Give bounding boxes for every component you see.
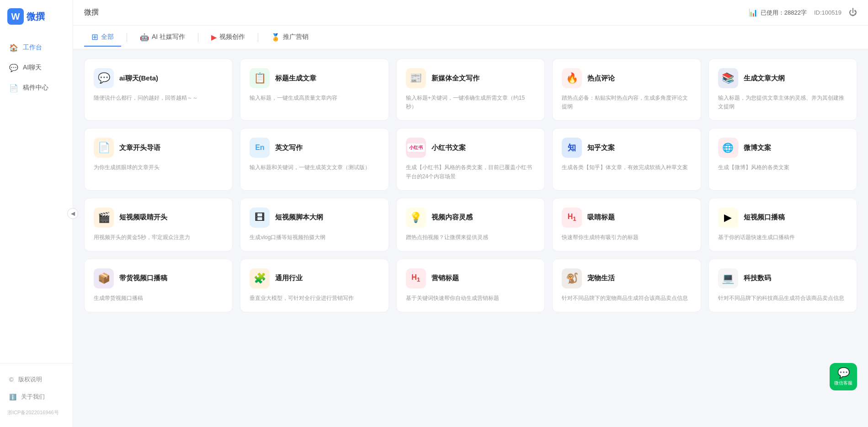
video-tab-label: 视频创作	[219, 33, 245, 41]
card-icon: 🧩	[250, 268, 270, 288]
card-title: 小红书文案	[431, 144, 466, 152]
card-video-inspiration[interactable]: 💡 视频内容灵感 蹭热点拍视频？让微撰来提供灵感	[396, 198, 545, 251]
card-desc: 输入标题，为您提供文章主体的灵感、并为其创建推文提纲	[718, 94, 847, 111]
card-title: 生成文章大纲	[744, 74, 785, 83]
card-desc: 为你生成抓眼球的文章开头	[94, 163, 223, 172]
card-desc: 生成【小红书】风格的各类文案，目前已覆盖小红书平台的24个内容场景	[406, 163, 535, 181]
social-tab-icon: 🤖	[140, 33, 149, 42]
sidebar-bottom-copyright[interactable]: © 版权说明	[0, 371, 73, 388]
logo: W 微撰	[0, 0, 73, 33]
card-title: 新媒体全文写作	[431, 74, 479, 83]
card-xiaohongshu[interactable]: 小红书 小红书文案 生成【小红书】风格的各类文案，目前已覆盖小红书平台的24个内…	[396, 128, 545, 190]
tab-video[interactable]: ▶视频创作	[204, 29, 252, 46]
card-english-writing[interactable]: En 英文写作 输入标题和关键词，一键生成英文文章（测试版）	[240, 128, 389, 190]
card-icon: 知	[562, 138, 582, 158]
card-pet-life[interactable]: 🐒 宠物生活 针对不同品牌下的宠物商品生成符合该商品卖点信息	[552, 259, 701, 312]
main-content: 微撰 📊 已使用：28822字 ID:100519 ⏻ ⊞全部🤖AI 社媒写作▶…	[73, 0, 868, 427]
card-catchy-title[interactable]: H1 吸睛标题 快速帮你生成特有吸引力的标题	[552, 198, 701, 251]
sidebar-item-workbench[interactable]: 🏠 工作台	[0, 37, 73, 58]
header: 微撰 📊 已使用：28822字 ID:100519 ⏻	[73, 0, 868, 26]
logo-text: 微撰	[27, 11, 45, 23]
sidebar-item-ai-chat[interactable]: 💬 AI聊天	[0, 58, 73, 78]
cards-grid: 💬 ai聊天(Beta) 随便说什么都行，问的越好，回答越精～～ 📋 标题生成文…	[84, 59, 857, 312]
ai-chat-icon: 💬	[9, 63, 18, 72]
tab-all[interactable]: ⊞全部	[84, 28, 121, 47]
copyright-label: 版权说明	[18, 375, 42, 384]
card-desc: 踏热点必备：粘贴实时热点内容，生成多角度评论文提纲	[562, 94, 691, 111]
card-desc: 输入标题，一键生成高质量文章内容	[250, 94, 379, 102]
tab-divider-2	[258, 33, 258, 42]
marketing-tab-icon: 🏅	[271, 33, 280, 42]
card-header: 🧩 通用行业	[250, 268, 379, 288]
card-desc: 用视频开头的黄金5秒，牢定观众注意力	[94, 233, 223, 242]
card-marketing-title[interactable]: H1 营销标题 基于关键词快速帮你自动生成营销标题	[396, 259, 545, 312]
workbench-label: 工作台	[23, 43, 42, 52]
card-header: 🔥 热点评论	[562, 68, 691, 88]
card-icon: 💻	[718, 268, 738, 288]
card-desc: 基于你的话题快速生成口播稿件	[718, 233, 847, 242]
card-title: 营销标题	[431, 274, 459, 283]
card-icon: 📋	[250, 68, 270, 88]
card-hot-comment[interactable]: 🔥 热点评论 踏热点必备：粘贴实时热点内容，生成多角度评论文提纲	[552, 59, 701, 121]
sidebar-bottom: © 版权说明 ℹ️ 关于我们 浙ICP备2022016946号	[0, 363, 73, 427]
card-tech-digital[interactable]: 💻 科技数码 针对不同品牌下的科技商品生成符合该商品卖点信息	[708, 259, 857, 312]
card-video-script-outline[interactable]: 🎞 短视频脚本大纲 生成vlog口播等短视频拍摄大纲	[240, 198, 389, 251]
sidebar-item-drafts[interactable]: 📄 稿件中心	[0, 78, 73, 98]
ai-chat-label: AI聊天	[23, 64, 42, 72]
sidebar-bottom-about[interactable]: ℹ️ 关于我们	[0, 388, 73, 406]
card-icon: H1	[406, 268, 426, 288]
about-label: 关于我们	[21, 393, 45, 401]
wechat-service-button[interactable]: 💬 微信客服	[830, 363, 857, 390]
card-header: 📰 新媒体全文写作	[406, 68, 535, 88]
card-weibo[interactable]: 🌐 微博文案 生成【微博】风格的各类文案	[708, 128, 857, 190]
logo-icon: W	[7, 8, 24, 25]
card-icon: 🔥	[562, 68, 582, 88]
card-title-to-article[interactable]: 📋 标题生成文章 输入标题，一键生成高质量文章内容	[240, 59, 389, 121]
usage-icon: 📊	[749, 8, 758, 17]
card-header: En 英文写作	[250, 138, 379, 158]
card-header: 🐒 宠物生活	[562, 268, 691, 288]
sidebar-footer: 浙ICP备2022016946号	[0, 406, 73, 420]
card-title: 吸睛标题	[587, 213, 615, 222]
card-delivery-video-script[interactable]: 📦 带货视频口播稿 生成带货视频口播稿	[84, 259, 233, 312]
page-title: 微撰	[84, 8, 99, 17]
card-desc: 生成【微博】风格的各类文案	[718, 163, 847, 172]
card-desc: 针对不同品牌下的科技商品生成符合该商品卖点信息	[718, 294, 847, 303]
card-icon: 🎬	[94, 208, 114, 228]
card-general-industry[interactable]: 🧩 通用行业 垂直业大模型，可针对全行业进行营销写作	[240, 259, 389, 312]
card-short-video-hook[interactable]: 🎬 短视频吸睛开头 用视频开头的黄金5秒，牢定观众注意力	[84, 198, 233, 251]
tabs-bar: ⊞全部🤖AI 社媒写作▶视频创作🏅推广营销	[73, 26, 868, 49]
wechat-icon: 💬	[837, 367, 850, 379]
card-icon: 📄	[94, 138, 114, 158]
card-zhihu[interactable]: 知 知乎文案 生成各类【知乎】体文章，有效完成软插入种草文案	[552, 128, 701, 190]
drafts-icon: 📄	[9, 83, 18, 92]
card-icon: 📦	[94, 268, 114, 288]
usage-label: 已使用：28822字	[761, 9, 807, 17]
sidebar-collapse-button[interactable]: ◀	[67, 208, 78, 219]
card-desc: 蹭热点拍视频？让微撰来提供灵感	[406, 233, 535, 242]
user-id: ID:100519	[814, 9, 841, 16]
card-icon: 📰	[406, 68, 426, 88]
card-new-media-writing[interactable]: 📰 新媒体全文写作 输入标题+关键词，一键准确生成所需文章（约15秒）	[396, 59, 545, 121]
card-title: 短视频口播稿	[744, 213, 785, 222]
card-article-intro[interactable]: 📄 文章开头导语 为你生成抓眼球的文章开头	[84, 128, 233, 190]
sidebar: W 微撰 🏠 工作台 💬 AI聊天 📄 稿件中心 © 版权说明 ℹ️ 关于我们 …	[0, 0, 73, 427]
all-tab-icon: ⊞	[91, 32, 98, 42]
card-title: 英文写作	[275, 144, 303, 152]
usage-info: 📊 已使用：28822字	[749, 8, 807, 17]
card-header: 📋 标题生成文章	[250, 68, 379, 88]
card-header: 📦 带货视频口播稿	[94, 268, 223, 288]
tab-social[interactable]: 🤖AI 社媒写作	[133, 29, 192, 46]
card-ai-chat-beta[interactable]: 💬 ai聊天(Beta) 随便说什么都行，问的越好，回答越精～～	[84, 59, 233, 121]
card-desc: 快速帮你生成特有吸引力的标题	[562, 233, 691, 242]
card-short-video-script[interactable]: ▶ 短视频口播稿 基于你的话题快速生成口播稿件	[708, 198, 857, 251]
tab-divider-0	[127, 33, 127, 42]
card-desc: 生成带货视频口播稿	[94, 294, 223, 303]
sidebar-nav: 🏠 工作台 💬 AI聊天 📄 稿件中心	[0, 33, 73, 363]
tab-marketing[interactable]: 🏅推广营销	[264, 29, 316, 46]
power-button[interactable]: ⏻	[849, 8, 857, 17]
card-title: 热点评论	[587, 74, 615, 83]
card-article-outline[interactable]: 📚 生成文章大纲 输入标题，为您提供文章主体的灵感、并为其创建推文提纲	[708, 59, 857, 121]
card-desc: 输入标题+关键词，一键准确生成所需文章（约15秒）	[406, 94, 535, 111]
card-desc: 生成vlog口播等短视频拍摄大纲	[250, 233, 379, 242]
